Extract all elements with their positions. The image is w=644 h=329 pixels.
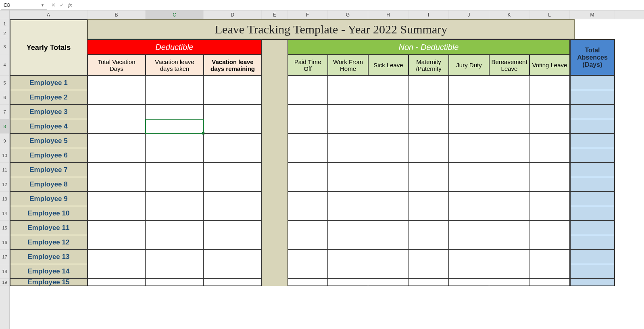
cell[interactable]: [204, 206, 262, 221]
cell[interactable]: [408, 235, 449, 250]
total-cell[interactable]: [570, 192, 615, 206]
cell[interactable]: [88, 192, 146, 206]
non-deductible-header[interactable]: Non - Deductible: [288, 39, 570, 54]
cell[interactable]: [408, 76, 449, 90]
employee-label[interactable]: Employee 15: [10, 279, 88, 286]
page-title[interactable]: Leave Tracking Template - Year 2022 Summ…: [88, 19, 575, 39]
cell[interactable]: [288, 76, 328, 90]
cell[interactable]: [146, 90, 204, 105]
cell[interactable]: [88, 250, 146, 264]
employee-label[interactable]: Employee 12: [10, 235, 88, 250]
col-vacation-days-remaining[interactable]: Vacation leave days remaining: [204, 54, 262, 76]
cell[interactable]: [88, 163, 146, 177]
employee-label[interactable]: Employee 3: [10, 105, 88, 119]
col-total-vacation-days[interactable]: Total Vacation Days: [88, 54, 146, 76]
cell[interactable]: [489, 206, 529, 221]
col-work-from-home[interactable]: Work From Home: [328, 54, 368, 76]
col-vacation-days-taken[interactable]: Vacation leave days taken: [146, 54, 204, 76]
col-header[interactable]: F: [288, 10, 328, 19]
col-header[interactable]: C: [146, 10, 204, 19]
cell[interactable]: [146, 250, 204, 264]
employee-label[interactable]: Employee 7: [10, 163, 88, 177]
row-header[interactable]: 2: [0, 28, 9, 39]
total-cell[interactable]: [570, 250, 615, 264]
col-header[interactable]: I: [408, 10, 449, 19]
employee-label[interactable]: Employee 14: [10, 264, 88, 279]
total-cell[interactable]: [570, 134, 615, 148]
cell[interactable]: [489, 90, 529, 105]
cell[interactable]: [146, 119, 204, 134]
spreadsheet-grid[interactable]: A B C D E F G H I J K L M Yearly Totals …: [10, 10, 644, 329]
cell[interactable]: [529, 177, 570, 192]
cell[interactable]: [88, 279, 146, 286]
employee-label[interactable]: Employee 11: [10, 221, 88, 235]
col-header[interactable]: G: [328, 10, 368, 19]
cell[interactable]: [368, 177, 408, 192]
cell[interactable]: [408, 279, 449, 286]
cell[interactable]: [146, 279, 204, 286]
row-header[interactable]: 4: [0, 54, 9, 76]
col-jury-duty[interactable]: Jury Duty: [449, 54, 489, 76]
row-header[interactable]: 17: [0, 250, 9, 264]
row-header[interactable]: 5: [0, 76, 9, 90]
row-header[interactable]: 1: [0, 19, 9, 28]
cell[interactable]: [449, 279, 489, 286]
total-cell[interactable]: [570, 264, 615, 279]
cell[interactable]: [368, 235, 408, 250]
cell[interactable]: [449, 177, 489, 192]
col-sick-leave[interactable]: Sick Leave: [368, 54, 408, 76]
yearly-totals-label[interactable]: Yearly Totals: [10, 19, 88, 76]
cell[interactable]: [88, 264, 146, 279]
col-header[interactable]: A: [10, 10, 88, 19]
cell[interactable]: [449, 250, 489, 264]
cell[interactable]: [328, 90, 368, 105]
cell[interactable]: [368, 163, 408, 177]
cell[interactable]: [146, 163, 204, 177]
cell[interactable]: [449, 235, 489, 250]
cell[interactable]: [368, 206, 408, 221]
cell[interactable]: [204, 134, 262, 148]
cell[interactable]: [146, 235, 204, 250]
cell[interactable]: [288, 163, 328, 177]
employee-label[interactable]: Employee 9: [10, 192, 88, 206]
cell[interactable]: [146, 148, 204, 163]
row-header[interactable]: 18: [0, 264, 9, 279]
cell[interactable]: [529, 221, 570, 235]
cell[interactable]: [408, 105, 449, 119]
col-header[interactable]: D: [204, 10, 262, 19]
row-header[interactable]: 13: [0, 192, 9, 206]
total-cell[interactable]: [570, 76, 615, 90]
row-header[interactable]: 3: [0, 39, 9, 54]
cell[interactable]: [204, 221, 262, 235]
cell[interactable]: [288, 177, 328, 192]
total-cell[interactable]: [570, 119, 615, 134]
cell[interactable]: [328, 76, 368, 90]
cell[interactable]: [408, 221, 449, 235]
cell[interactable]: [328, 119, 368, 134]
row-header[interactable]: 15: [0, 221, 9, 235]
total-cell[interactable]: [570, 177, 615, 192]
cell[interactable]: [449, 134, 489, 148]
cell[interactable]: [88, 148, 146, 163]
row-header[interactable]: 19: [0, 279, 9, 286]
cell[interactable]: [288, 221, 328, 235]
cell[interactable]: [288, 192, 328, 206]
cell[interactable]: [449, 148, 489, 163]
cell[interactable]: [449, 221, 489, 235]
cell[interactable]: [489, 105, 529, 119]
cell[interactable]: [288, 105, 328, 119]
cell[interactable]: [529, 148, 570, 163]
cell[interactable]: [146, 192, 204, 206]
cell[interactable]: [408, 163, 449, 177]
chevron-down-icon[interactable]: ▼: [41, 3, 44, 7]
cell[interactable]: [449, 119, 489, 134]
cell[interactable]: [408, 206, 449, 221]
cell[interactable]: [288, 235, 328, 250]
total-cell[interactable]: [570, 148, 615, 163]
cell[interactable]: [288, 90, 328, 105]
cell[interactable]: [489, 192, 529, 206]
cell[interactable]: [449, 192, 489, 206]
cell[interactable]: [529, 105, 570, 119]
cell[interactable]: [449, 90, 489, 105]
cell[interactable]: [204, 177, 262, 192]
